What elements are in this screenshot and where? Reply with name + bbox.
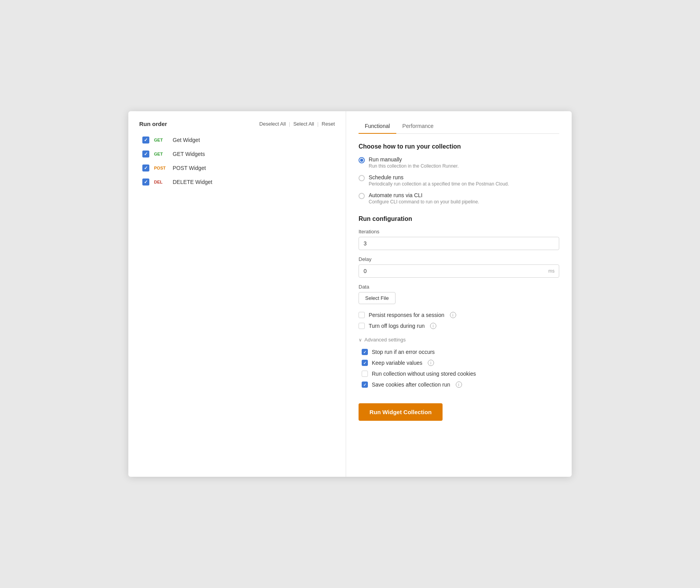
right-panel: Functional Performance Choose how to run…	[346, 111, 572, 477]
advanced-settings-label: Advanced settings	[364, 337, 406, 343]
reset-link[interactable]: Reset	[322, 121, 335, 127]
adv-checkbox-no-cookies-row: Run collection without using stored cook…	[362, 371, 559, 377]
left-panel: Run order Deselect All | Select All | Re…	[128, 111, 346, 477]
request-checkbox-1[interactable]	[142, 136, 149, 144]
tab-functional[interactable]: Functional	[359, 119, 396, 134]
table-row: GET GET Widgets	[142, 150, 335, 158]
advanced-section: ∨ Advanced settings Stop run if an error…	[359, 337, 559, 388]
adv-checkbox-stop-error[interactable]	[362, 349, 368, 355]
adv-checkbox-stop-error-label: Stop run if an error occurs	[372, 349, 435, 355]
request-list: GET Get Widget GET GET Widgets POST POST…	[139, 136, 335, 186]
adv-checkbox-save-cookies[interactable]	[362, 382, 368, 388]
run-option-schedule[interactable]: Schedule runs Periodically run collectio…	[359, 174, 559, 187]
run-config-title: Run configuration	[359, 215, 559, 222]
table-row: GET Get Widget	[142, 136, 335, 144]
request-name-1: Get Widget	[173, 137, 200, 143]
checkboxes-section: Persist responses for a session i Turn o…	[359, 312, 559, 329]
adv-checkbox-save-cookies-label: Save cookies after collection run	[372, 382, 450, 388]
run-order-title: Run order	[139, 121, 167, 127]
modal-container: Run order Deselect All | Select All | Re…	[128, 111, 572, 477]
adv-checkbox-stop-error-row: Stop run if an error occurs	[362, 349, 559, 355]
radio-schedule-sub: Periodically run collection at a specifi…	[369, 181, 509, 187]
request-name-3: POST Widget	[173, 165, 206, 171]
delay-label: Delay	[359, 256, 559, 262]
iterations-label: Iterations	[359, 229, 559, 234]
radio-cli-main: Automate runs via CLI	[369, 192, 479, 198]
radio-schedule[interactable]	[359, 175, 365, 181]
advanced-settings-toggle[interactable]: ∨ Advanced settings	[359, 337, 559, 343]
left-panel-header: Run order Deselect All | Select All | Re…	[139, 121, 335, 127]
radio-manual[interactable]	[359, 157, 365, 163]
info-icon-persist[interactable]: i	[450, 312, 456, 318]
delay-section: Delay ms	[359, 256, 559, 278]
adv-checkbox-keep-var-row: Keep variable values i	[362, 360, 559, 366]
adv-checkbox-no-cookies[interactable]	[362, 371, 368, 377]
method-badge-post: POST	[154, 166, 168, 170]
method-badge-get-2: GET	[154, 152, 168, 156]
choose-run-title: Choose how to run your collection	[359, 143, 559, 150]
checkbox-logs[interactable]	[359, 323, 365, 329]
radio-schedule-label: Schedule runs Periodically run collectio…	[369, 174, 509, 187]
delay-input[interactable]	[359, 264, 559, 278]
info-icon-logs[interactable]: i	[430, 323, 436, 329]
chevron-down-icon: ∨	[359, 337, 362, 343]
request-name-4: DELETE Widget	[173, 179, 212, 185]
radio-cli-sub: Configure CLI command to run on your bui…	[369, 199, 479, 205]
adv-checkbox-keep-var-label: Keep variable values	[372, 360, 422, 366]
data-label: Data	[359, 284, 559, 290]
advanced-checks: Stop run if an error occurs Keep variabl…	[359, 349, 559, 388]
checkbox-logs-label: Turn off logs during run	[369, 323, 425, 329]
run-option-cli[interactable]: Automate runs via CLI Configure CLI comm…	[359, 192, 559, 205]
request-checkbox-4[interactable]	[142, 178, 149, 186]
table-row: POST POST Widget	[142, 164, 335, 172]
delay-input-wrapper: ms	[359, 264, 559, 278]
delay-suffix: ms	[548, 268, 555, 274]
checkbox-logs-row: Turn off logs during run i	[359, 323, 559, 329]
table-row: DEL DELETE Widget	[142, 178, 335, 186]
radio-manual-sub: Run this collection in the Collection Ru…	[369, 163, 458, 169]
radio-cli-label: Automate runs via CLI Configure CLI comm…	[369, 192, 479, 205]
adv-checkbox-save-cookies-row: Save cookies after collection run i	[362, 382, 559, 388]
info-icon-keep-var[interactable]: i	[428, 360, 434, 366]
run-option-manual[interactable]: Run manually Run this collection in the …	[359, 156, 559, 169]
checkbox-persist-label: Persist responses for a session	[369, 312, 444, 318]
data-section: Data Select File	[359, 284, 559, 304]
request-checkbox-3[interactable]	[142, 164, 149, 172]
separator-2: |	[317, 121, 318, 127]
deselect-all-link[interactable]: Deselect All	[259, 121, 286, 127]
left-actions: Deselect All | Select All | Reset	[259, 121, 335, 127]
adv-checkbox-no-cookies-label: Run collection without using stored cook…	[372, 371, 476, 377]
iterations-input[interactable]	[359, 237, 559, 250]
tab-performance[interactable]: Performance	[396, 119, 440, 134]
radio-cli[interactable]	[359, 193, 365, 199]
info-icon-save-cookies[interactable]: i	[456, 382, 462, 388]
method-badge-get-1: GET	[154, 138, 168, 142]
run-options: Run manually Run this collection in the …	[359, 156, 559, 205]
request-checkbox-2[interactable]	[142, 150, 149, 158]
select-all-link[interactable]: Select All	[293, 121, 314, 127]
checkbox-persist-row: Persist responses for a session i	[359, 312, 559, 318]
separator-1: |	[289, 121, 290, 127]
radio-manual-label: Run manually Run this collection in the …	[369, 156, 458, 169]
select-file-button[interactable]: Select File	[359, 292, 396, 304]
request-name-2: GET Widgets	[173, 151, 205, 157]
adv-checkbox-keep-var[interactable]	[362, 360, 368, 366]
run-collection-button[interactable]: Run Widget Collection	[359, 403, 443, 421]
modal-body: Run order Deselect All | Select All | Re…	[128, 111, 572, 477]
tabs-container: Functional Performance	[359, 119, 559, 134]
iterations-section: Iterations	[359, 229, 559, 250]
radio-manual-main: Run manually	[369, 156, 458, 163]
checkbox-persist[interactable]	[359, 312, 365, 318]
radio-schedule-main: Schedule runs	[369, 174, 509, 180]
method-badge-del: DEL	[154, 180, 168, 184]
